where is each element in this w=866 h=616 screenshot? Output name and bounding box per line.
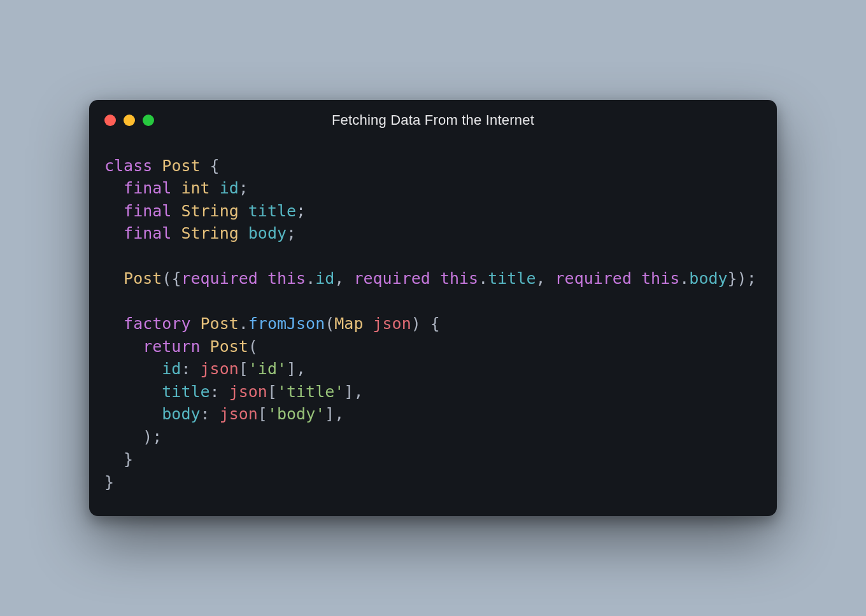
code-token: title — [488, 269, 536, 288]
code-token — [239, 202, 248, 220]
code-token: body — [689, 269, 727, 288]
code-token: String — [181, 202, 238, 220]
code-token — [239, 224, 248, 242]
code-token — [104, 405, 162, 423]
code-token: final — [124, 202, 171, 220]
code-token — [632, 269, 641, 288]
code-token: ); — [104, 428, 162, 446]
code-token: Post — [210, 337, 248, 356]
zoom-icon[interactable] — [143, 115, 154, 126]
code-token: ( — [248, 337, 258, 356]
code-token: 'body' — [267, 405, 325, 423]
code-token: . — [679, 269, 689, 288]
code-token: this — [641, 269, 679, 288]
code-token: : — [181, 360, 200, 378]
code-token: body — [162, 405, 200, 423]
code-token: . — [306, 269, 315, 288]
code-token: title — [248, 202, 296, 220]
code-token: . — [239, 314, 248, 333]
code-token: , — [536, 269, 555, 288]
code-token: factory — [124, 314, 190, 333]
code-token: ( — [325, 314, 334, 333]
code-token: required — [181, 269, 257, 288]
code-token: required — [353, 269, 430, 288]
code-token: int — [181, 179, 209, 197]
code-token — [104, 314, 124, 333]
code-token: body — [248, 224, 287, 242]
code-token: String — [181, 224, 238, 242]
code-token: [ — [258, 405, 267, 423]
code-token — [190, 314, 200, 333]
code-token — [171, 179, 181, 197]
code-token — [430, 269, 440, 288]
code-token: id — [220, 179, 239, 197]
window-title: Fetching Data From the Internet — [332, 112, 534, 129]
code-token: ) { — [411, 314, 440, 333]
code-token — [210, 179, 220, 197]
code-token: json — [229, 382, 267, 401]
code-token — [104, 224, 124, 242]
code-token — [104, 179, 124, 197]
code-token: required — [555, 269, 632, 288]
code-token: ], — [344, 382, 363, 401]
code-token — [363, 314, 373, 333]
code-token — [104, 337, 143, 356]
close-icon[interactable] — [104, 115, 116, 126]
code-token: } — [104, 450, 133, 468]
code-token: return — [143, 337, 200, 356]
code-token: json — [373, 314, 411, 333]
code-token: ({ — [162, 269, 181, 288]
code-token: ; — [287, 224, 296, 242]
code-token: Post — [162, 157, 200, 175]
code-token: , — [334, 269, 353, 288]
code-token — [152, 157, 162, 175]
code-block: class Post { final int id; final String … — [89, 141, 777, 494]
code-token: : — [210, 382, 229, 401]
code-token: 'id' — [248, 360, 287, 378]
code-token: ; — [239, 179, 248, 197]
code-token: json — [201, 360, 239, 378]
code-token: ], — [325, 405, 344, 423]
code-token: this — [440, 269, 478, 288]
code-token: Post — [124, 269, 162, 288]
minimize-icon[interactable] — [124, 115, 135, 126]
code-token: 'title' — [277, 382, 344, 401]
code-token: Map — [334, 314, 363, 333]
code-token: : — [201, 405, 220, 423]
code-token — [104, 360, 162, 378]
code-token: title — [162, 382, 209, 401]
code-token: id — [162, 360, 181, 378]
code-token: this — [267, 269, 306, 288]
code-token — [104, 269, 124, 288]
code-token: json — [220, 405, 258, 423]
code-token: Post — [201, 314, 239, 333]
code-token: id — [315, 269, 334, 288]
code-token — [104, 202, 124, 220]
code-token: [ — [239, 360, 248, 378]
titlebar: Fetching Data From the Internet — [89, 100, 777, 141]
code-token: final — [124, 224, 171, 242]
code-token: } — [104, 473, 114, 491]
code-token: . — [478, 269, 488, 288]
code-token: ; — [296, 202, 306, 220]
code-token — [171, 224, 181, 242]
code-token: }); — [728, 269, 756, 288]
code-token — [258, 269, 267, 288]
traffic-lights — [104, 115, 154, 126]
code-token: ], — [287, 360, 306, 378]
code-window: Fetching Data From the Internet class Po… — [89, 100, 777, 517]
code-token: class — [104, 157, 152, 175]
code-token — [201, 337, 210, 356]
code-token: fromJson — [248, 314, 325, 333]
code-token — [171, 202, 181, 220]
code-token: final — [124, 179, 171, 197]
code-token: [ — [267, 382, 277, 401]
code-token — [104, 382, 162, 401]
code-token: { — [201, 157, 220, 175]
